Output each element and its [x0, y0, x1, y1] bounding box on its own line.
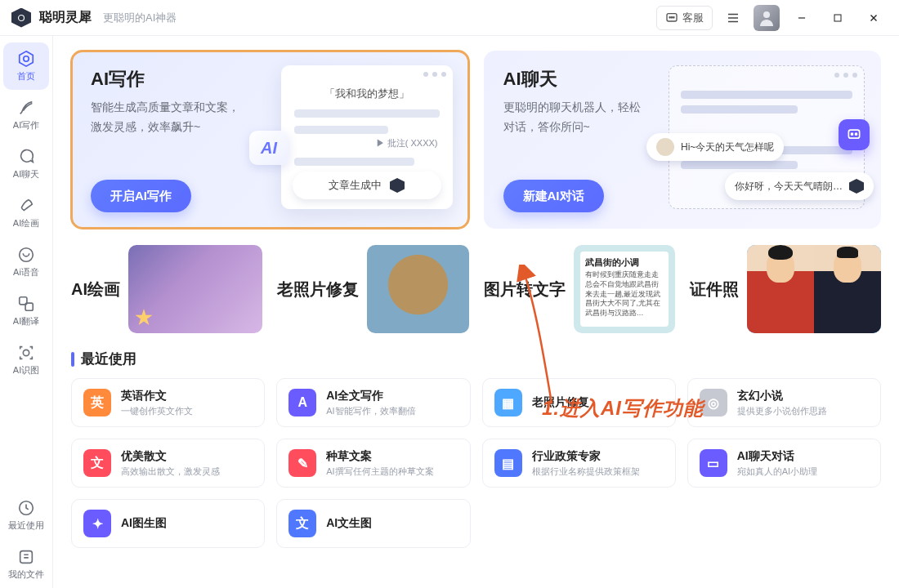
sidebar-item-label: 我的文件: [8, 568, 44, 581]
recent-card[interactable]: 英英语作文一键创作英文作文: [71, 378, 265, 427]
feature-ocr[interactable]: 图片转文字 武昌街的小调有时候到重庆随意走走总会不自觉地跟武昌街来去走一趟,最近…: [484, 245, 675, 333]
card-title: 优美散文: [121, 449, 220, 464]
mock-note: ▶ 批注( XXXX): [281, 137, 453, 149]
recent-card[interactable]: ▭AI聊天对话宛如真人的AI小助理: [687, 439, 881, 488]
feature-image: 武昌街的小调有时候到重庆随意走走总会不自觉地跟武昌街来去走一趟,最近发现武昌街大…: [574, 245, 675, 333]
card-title: 英语作文: [121, 389, 193, 403]
sidebar-item-label: AI绘画: [13, 217, 39, 229]
sidebar-item-writing[interactable]: AI写作: [3, 91, 49, 139]
user-avatar[interactable]: [754, 5, 780, 31]
card-icon: 文: [83, 449, 111, 477]
chat-bubble-outgoing: 你好呀，今天天气晴朗…: [725, 172, 874, 200]
feature-title: 证件照: [690, 278, 739, 301]
svg-point-16: [856, 133, 857, 135]
recent-grid: 英英语作文一键创作英文作文AAI全文写作AI智能写作，效率翻倍▦老照片修复◎玄幻…: [71, 378, 881, 548]
main-content: AI写作 智能生成高质量文章和文案，激发灵感，效率飙升~ 开启AI写作 「我和我…: [53, 36, 899, 588]
sidebar-item-recent[interactable]: 最近使用: [3, 492, 49, 539]
svg-point-2: [669, 16, 670, 17]
card-subtitle: 高效输出散文，激发灵感: [121, 466, 220, 478]
card-title: AI图生图: [121, 516, 167, 531]
sidebar: 首页 AI写作 AI聊天 AI绘画 Ai语音 AI翻译 AI识图 最: [0, 36, 53, 588]
mock-doc-title: 「我和我的梦想」: [281, 87, 453, 101]
sidebar-item-voice[interactable]: Ai语音: [3, 238, 49, 286]
card-title: 行业政策专家: [532, 449, 640, 464]
sidebar-item-draw[interactable]: AI绘画: [3, 189, 49, 237]
card-icon: 文: [288, 510, 316, 537]
svg-point-0: [19, 15, 25, 20]
folder-icon: [17, 548, 35, 566]
card-icon: A: [288, 389, 316, 416]
recent-card[interactable]: ◎玄幻小说提供更多小说创作思路: [687, 378, 881, 427]
card-title: AI全文写作: [326, 389, 415, 403]
svg-point-5: [763, 11, 770, 18]
hero-writing-desc: 智能生成高质量文章和文案，激发灵感，效率飙升~: [91, 98, 254, 137]
svg-point-7: [24, 56, 29, 61]
feather-icon: [17, 99, 35, 117]
hero-writing-title: AI写作: [91, 67, 254, 91]
support-button[interactable]: 客服: [656, 6, 713, 30]
recent-card[interactable]: 文优美散文高效输出散文，激发灵感: [71, 439, 265, 488]
recent-card[interactable]: ✎种草文案AI撰写任何主题的种草文案: [276, 439, 470, 488]
sidebar-item-home[interactable]: 首页: [3, 42, 49, 90]
card-icon: ✦: [83, 510, 111, 537]
svg-rect-14: [848, 130, 859, 138]
feature-title: 图片转文字: [484, 278, 566, 301]
hero-chat-title: AI聊天: [503, 67, 667, 91]
svg-point-3: [671, 16, 672, 17]
brush-icon: [17, 197, 35, 215]
sidebar-item-label: AI识图: [13, 364, 39, 376]
start-writing-button[interactable]: 开启AI写作: [91, 180, 191, 212]
support-label: 客服: [682, 11, 704, 25]
sidebar-item-translate[interactable]: AI翻译: [3, 287, 49, 335]
sidebar-item-label: AI聊天: [13, 168, 39, 180]
recent-card[interactable]: ✦AI图生图: [71, 499, 265, 548]
chat-icon: [17, 148, 35, 166]
recent-card[interactable]: 文AI文生图: [276, 499, 470, 548]
feature-photo-restore[interactable]: 老照片修复: [277, 245, 468, 333]
card-subtitle: 根据行业名称提供政策框架: [532, 466, 640, 478]
sidebar-item-chat[interactable]: AI聊天: [3, 140, 49, 188]
menu-button[interactable]: [721, 6, 745, 30]
sidebar-item-ocr[interactable]: AI识图: [3, 336, 49, 384]
start-chat-button[interactable]: 新建AI对话: [503, 180, 604, 212]
clock-icon: [17, 499, 35, 517]
close-button[interactable]: [860, 0, 888, 36]
card-title: AI文生图: [326, 516, 372, 531]
recent-heading: 最近使用: [71, 350, 881, 368]
hero-writing[interactable]: AI写作 智能生成高质量文章和文案，激发灵感，效率飙升~ 开启AI写作 「我和我…: [71, 51, 469, 229]
feature-ai-draw[interactable]: AI绘画: [71, 245, 262, 333]
feature-id-photo[interactable]: 证件照: [690, 245, 881, 333]
card-subtitle: 一键创作英文作文: [121, 405, 193, 417]
svg-point-4: [673, 16, 674, 17]
feature-image: [747, 245, 881, 333]
titlebar: 聪明灵犀 更聪明的AI神器 客服: [0, 0, 899, 36]
chat-bubble-incoming: Hi~今天的天气怎样呢: [646, 133, 784, 161]
recent-card[interactable]: AAI全文写作AI智能写作，效率翻倍: [276, 378, 470, 427]
card-icon: 英: [83, 389, 111, 416]
svg-point-11: [23, 350, 29, 355]
hero-chat-desc: 更聪明的聊天机器人，轻松对话，答你所问~: [503, 98, 667, 137]
card-subtitle: AI智能写作，效率翻倍: [326, 405, 415, 417]
card-icon: ▤: [494, 449, 522, 477]
translate-icon: [17, 295, 35, 313]
card-subtitle: 提供更多小说创作思路: [737, 405, 827, 417]
card-icon: ✎: [288, 449, 316, 477]
app-name: 聪明灵犀: [39, 9, 92, 26]
recent-card[interactable]: ▤行业政策专家根据行业名称提供政策框架: [482, 439, 676, 488]
hero-chat[interactable]: AI聊天 更聪明的聊天机器人，轻松对话，答你所问~ 新建AI对话 Hi~今天的天…: [484, 51, 882, 229]
recent-card[interactable]: ▦老照片修复: [482, 378, 676, 427]
feature-title: 老照片修复: [277, 278, 359, 301]
app-subtitle: 更聪明的AI神器: [103, 11, 177, 25]
card-title: 玄幻小说: [737, 389, 827, 403]
sidebar-item-label: Ai语音: [13, 266, 39, 278]
minimize-button[interactable]: [788, 0, 816, 36]
sidebar-item-files[interactable]: 我的文件: [3, 541, 49, 588]
card-icon: ◎: [700, 389, 727, 416]
maximize-button[interactable]: [824, 0, 852, 36]
card-subtitle: 宛如真人的AI小助理: [737, 466, 817, 478]
svg-point-8: [20, 248, 34, 262]
app-logo: [11, 8, 31, 28]
svg-point-15: [852, 133, 853, 135]
mock-status-pill: 文章生成中: [293, 172, 441, 199]
chat-mock-window: Hi~今天的天气怎样呢 你好呀，今天天气晴朗…: [669, 65, 865, 209]
